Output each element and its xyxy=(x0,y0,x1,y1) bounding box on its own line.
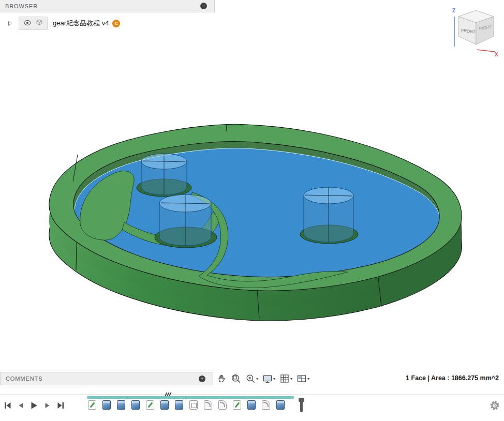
display-settings-button[interactable]: ▾ xyxy=(260,372,277,385)
zoom-button[interactable]: ▾ xyxy=(243,372,260,385)
z-axis-label: Z xyxy=(452,8,455,13)
grid-and-snaps-button[interactable]: ▾ xyxy=(277,372,294,385)
add-comment-icon[interactable]: + xyxy=(199,375,205,382)
pan-hand-icon xyxy=(216,373,227,384)
browser-root-node[interactable]: gear紀念品教程 v4 C xyxy=(0,17,120,29)
timeline-position-marker[interactable] xyxy=(300,398,303,412)
timeline-feature-extrude[interactable] xyxy=(160,400,169,410)
timeline-settings-gear-icon[interactable] xyxy=(490,400,500,413)
timeline-feature-extrude[interactable] xyxy=(276,400,285,410)
look-at-button[interactable] xyxy=(229,372,243,385)
timeline-feature-chamfer[interactable] xyxy=(204,400,212,410)
timeline-feature-strip xyxy=(88,400,285,410)
display-dropdown-caret-icon[interactable]: ▾ xyxy=(273,377,275,381)
step-back-button[interactable] xyxy=(18,402,24,409)
display-settings-icon xyxy=(262,373,273,384)
zoom-icon xyxy=(245,373,256,384)
document-name[interactable]: gear紀念品教程 v4 xyxy=(53,19,109,28)
step-forward-button[interactable] xyxy=(45,402,51,409)
viewports-dropdown-caret-icon[interactable]: ▾ xyxy=(307,377,309,381)
timeline-feature-extrude[interactable] xyxy=(117,400,125,410)
grid-icon xyxy=(279,373,290,384)
navigation-toolbar: ▾ ▾ ▾ ▾ xyxy=(214,372,312,385)
timeline-feature-chamfer[interactable] xyxy=(262,400,270,410)
timeline-feature-extrude[interactable] xyxy=(102,400,111,410)
playback-controls xyxy=(4,401,64,410)
comments-title: COMMENTS xyxy=(6,375,42,382)
timeline-feature-extrude[interactable] xyxy=(247,400,256,410)
browser-title: BROWSER xyxy=(5,3,38,9)
fusion-window: BROWSER − gear紀念品教程 v4 C Z X xyxy=(0,0,504,421)
grid-dropdown-caret-icon[interactable]: ▾ xyxy=(290,377,292,381)
browser-panel-header: BROWSER − xyxy=(0,0,215,12)
model-viewport[interactable] xyxy=(0,0,504,421)
timeline-feature-box[interactable] xyxy=(189,400,198,410)
comments-panel-header: COMMENTS + xyxy=(0,372,213,385)
timeline-bar xyxy=(0,394,504,421)
node-icon-well xyxy=(19,17,48,30)
go-to-start-button[interactable] xyxy=(4,402,11,409)
selection-status: 1 Face | Area : 1866.275 mm^2 xyxy=(406,374,499,382)
go-to-end-button[interactable] xyxy=(57,402,64,409)
eye-visibility-icon[interactable] xyxy=(23,19,32,28)
zoom-dropdown-caret-icon[interactable]: ▾ xyxy=(256,377,258,381)
look-at-icon xyxy=(231,373,241,384)
component-document-icon[interactable] xyxy=(36,19,43,28)
x-axis-label: X xyxy=(495,52,498,57)
viewports-icon xyxy=(297,373,307,384)
timeline-scrubber-track[interactable] xyxy=(87,396,294,399)
pan-button[interactable] xyxy=(214,372,229,385)
play-button[interactable] xyxy=(30,401,38,410)
timeline-feature-chamfer[interactable] xyxy=(218,400,227,410)
timeline-feature-extrude[interactable] xyxy=(175,400,183,410)
x-axis-line xyxy=(477,50,495,52)
timeline-feature-extrude[interactable] xyxy=(131,400,140,410)
view-cube-body[interactable]: FRONT RIGHT xyxy=(458,10,494,44)
timeline-feature-sketch[interactable] xyxy=(88,400,96,410)
unsaved-badge-icon: C xyxy=(112,20,120,27)
disclosure-arrow-icon[interactable] xyxy=(7,21,12,26)
timeline-feature-sketch[interactable] xyxy=(233,400,241,410)
view-cube[interactable]: Z X FRONT RIGHT xyxy=(444,1,502,58)
timeline-group-marker[interactable] xyxy=(166,393,171,396)
timeline-feature-sketch[interactable] xyxy=(146,400,154,410)
browser-collapse-icon[interactable]: − xyxy=(200,3,207,9)
viewports-button[interactable]: ▾ xyxy=(294,372,312,385)
